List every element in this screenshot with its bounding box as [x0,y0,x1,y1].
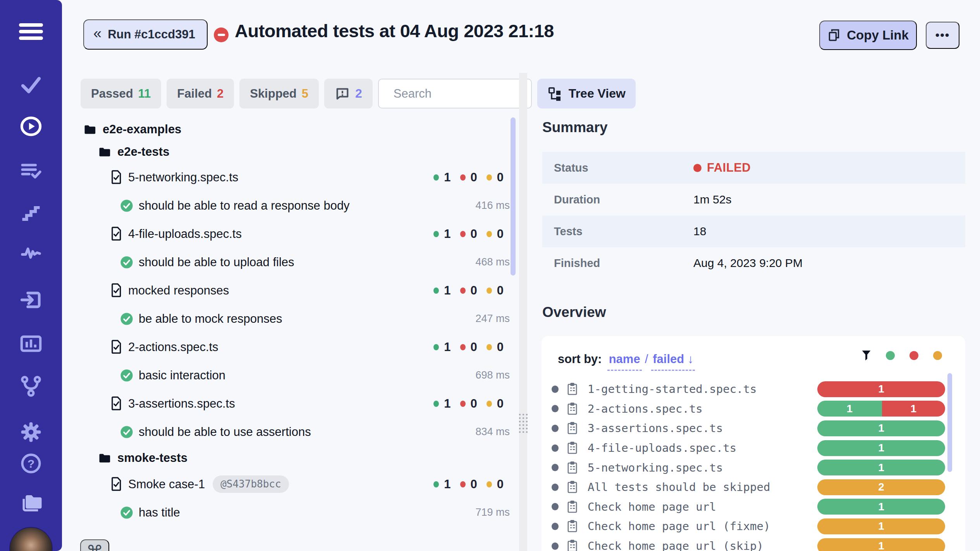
overview-scrollbar[interactable] [947,373,952,472]
failed-count: 0 [471,227,477,241]
sign-in-icon[interactable] [20,290,42,310]
filter-failed[interactable]: Failed 2 [167,79,234,108]
filter-passed[interactable]: Passed 11 [81,79,161,108]
result-counts: 100 [433,477,504,491]
overview-row[interactable]: 2-actions.spec.ts11 [542,399,965,419]
bar-segment-red: 1 [817,381,945,397]
tree-row-test[interactable]: should be able to use assertions834 ms [83,418,513,446]
bar-chart-icon[interactable] [20,334,42,353]
tree-row-test[interactable]: should be able to upload files468 ms [83,248,513,276]
tree-row-file[interactable]: Smoke case-1@S437b8bcc100 [83,470,513,498]
tree-row-file[interactable]: 5-networking.spec.ts100 [83,163,513,191]
filter-dot-green[interactable] [886,351,895,360]
filter-dot-red[interactable] [910,351,918,360]
tree-row-label: be able to mock responses [139,312,282,326]
drag-handle-icon[interactable] [519,414,528,433]
overview-row[interactable]: Check home page url1 [542,497,965,517]
check-icon[interactable] [20,75,42,95]
spec-file-icon [110,227,122,241]
tree-row-test[interactable]: be able to mock responses247 ms [83,305,513,333]
spec-bullet-icon [552,425,559,432]
command-shortcut-button[interactable]: ⌘ [80,539,109,551]
spec-name: 1-getting-started.spec.ts [588,382,757,396]
bar-segment-count: 1 [878,540,884,551]
run-back-button[interactable]: « Run #c1ccd391 [83,19,208,50]
tree-row-label: should be able to read a response body [139,199,350,213]
result-bar: 1 [817,420,945,436]
overview-row[interactable]: 1-getting-started.spec.ts1 [542,379,965,399]
test-list-icon [567,481,578,493]
result-bar: 1 [817,538,945,551]
overview-row[interactable]: 4-file-uploads.spec.ts1 [542,438,965,458]
spec-file-icon [110,283,122,298]
bar-segment-count: 2 [878,481,884,493]
filter-skipped[interactable]: Skipped 5 [239,79,319,108]
git-branch-icon[interactable] [20,375,42,398]
sort-controls: sort by: name / failed ↓ [558,351,695,371]
help-icon[interactable]: ? [20,453,42,474]
panel-resize-gutter[interactable] [519,73,527,551]
more-options-button[interactable]: ••• [926,22,959,49]
filter-dot-amber[interactable] [933,351,942,360]
tree-row-file[interactable]: mocked responses100 [83,276,513,305]
result-counts: 100 [433,227,504,241]
pulse-icon[interactable] [21,244,41,260]
sort-by-failed-link[interactable]: failed ↓ [651,351,695,371]
folder-icon [98,453,111,464]
result-counts: 100 [433,284,504,298]
summary-value: FAILED [693,161,751,175]
steps-icon[interactable] [21,202,41,222]
run-id-label: Run #c1ccd391 [108,28,195,41]
test-list-icon [567,520,578,532]
failed-dot [460,231,466,237]
tree-row-folder[interactable]: e2e-tests [83,141,513,163]
spec-name: Check home page url (skip) [588,539,763,551]
passed-count: 1 [444,397,450,411]
result-bar: 1 [817,518,945,534]
passed-check-icon [120,256,133,269]
tree-row-test[interactable]: has title719 ms [83,498,513,527]
play-circle-icon[interactable] [20,115,42,137]
summary-label: Tests [554,225,583,238]
list-check-icon[interactable] [20,160,42,181]
passed-count: 1 [444,477,450,491]
tree-row-folder[interactable]: smoke-tests [83,446,513,470]
tree-row-file[interactable]: 2-actions.spec.ts100 [83,333,513,361]
summary-heading: Summary [542,119,608,136]
tree-row-test[interactable]: should be able to read a response body41… [83,191,513,220]
spec-bullet-icon [552,444,559,452]
failed-count: 0 [471,284,477,298]
sort-by-name-link[interactable]: name [607,351,642,371]
summary-value: 1m 52s [693,193,731,206]
spec-name: 5-networking.spec.ts [588,461,723,474]
funnel-icon[interactable] [861,350,871,361]
tree-row-file[interactable]: 3-assertions.spec.ts100 [83,389,513,418]
copy-link-button[interactable]: Copy Link [819,21,917,50]
test-id-badge: @S437b8bcc [213,475,289,493]
tree-view-button[interactable]: Tree View [537,79,636,108]
folder-sidebar-icon[interactable] [19,492,43,514]
tree-row-file[interactable]: 4-file-uploads.spec.ts100 [83,220,513,248]
tree-row-folder[interactable]: e2e-examples [83,118,513,141]
bar-segment-count: 1 [878,520,884,532]
spec-name: 2-actions.spec.ts [588,402,703,415]
skipped-label: Skipped [250,87,297,101]
overview-row[interactable]: Check home page url (fixme)1 [542,517,965,536]
overview-row[interactable]: 5-networking.spec.ts1 [542,458,965,477]
filter-comments[interactable]: 2 [324,79,373,108]
comments-count: 2 [355,86,362,101]
overview-row[interactable]: All tests should be skipped2 [542,477,965,497]
sort-failed-label: failed [653,352,684,366]
spec-bullet-icon [552,523,559,530]
overview-row[interactable]: Check home page url (skip)1 [542,536,965,551]
gear-icon[interactable] [20,421,42,443]
overview-row[interactable]: 3-assertions.spec.ts1 [542,418,965,438]
summary-table: StatusFAILEDDuration1m 52sTests18Finishe… [542,152,965,279]
tree-scrollbar[interactable] [511,117,516,276]
menu-icon[interactable] [19,23,43,40]
status-failed-text: FAILED [707,161,751,175]
spec-name: 3-assertions.spec.ts [588,422,723,435]
tree-row-test[interactable]: basic interaction698 ms [83,361,513,389]
test-duration: 698 ms [475,369,510,381]
user-avatar[interactable] [9,527,53,551]
